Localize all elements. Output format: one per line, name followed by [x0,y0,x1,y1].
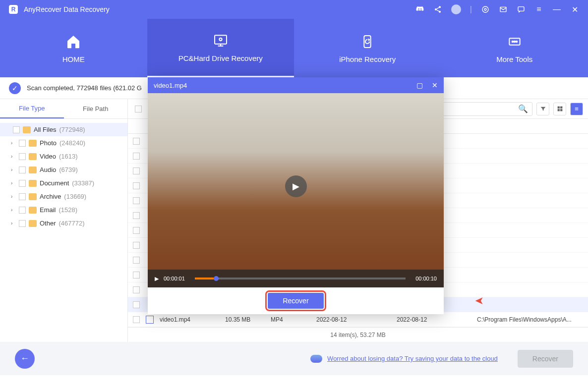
tree-item[interactable]: ›Audio (6739) [0,163,127,176]
tree-all-files[interactable]: All Files (772948) [0,123,127,136]
svg-point-4 [484,8,486,10]
nav-more-tools[interactable]: More Tools [441,19,588,77]
filter-button[interactable] [536,103,549,115]
search-icon[interactable]: 🔍 [518,104,528,113]
checkbox[interactable] [19,167,26,173]
svg-point-0 [439,6,441,8]
checkbox[interactable] [19,153,26,160]
checkbox[interactable] [133,153,140,160]
list-view-button[interactable]: ≡ [570,103,583,115]
app-title: AnyRecover Data Recovery [24,5,110,13]
tree-item[interactable]: ›Email (1528) [0,203,127,217]
status-text: Scan completed, 772948 files (621.02 G [27,84,142,92]
avatar[interactable] [451,4,461,14]
nav-label: HOME [62,55,85,63]
tree-item[interactable]: ›Other (467772) [0,217,127,230]
chevron-right-icon: › [11,154,16,159]
more-icon [506,33,523,50]
nav-label: iPhone Recovery [339,55,396,63]
checkbox[interactable] [133,227,140,234]
cloud-save-link[interactable]: Worred about losing data? Try saving you… [310,355,498,363]
folder-icon [29,153,37,160]
modal-titlebar: video1.mp4 ▢ ✕ [148,77,444,93]
modal-close-icon[interactable]: ✕ [432,81,438,89]
monitor-icon [212,32,229,49]
play-button[interactable]: ▶ [285,175,307,197]
tree-count: (6739) [59,166,78,173]
svg-point-2 [439,11,441,13]
close-icon[interactable]: ✕ [570,5,579,14]
tree-label: All Files [34,126,57,133]
tree-item[interactable]: ›Archive (13669) [0,190,127,203]
app-logo: R [9,5,18,14]
checkbox[interactable] [133,316,140,323]
checkbox[interactable] [133,167,140,174]
minimize-icon[interactable]: — [552,5,561,14]
folder-icon [29,220,37,227]
modal-maximize-icon[interactable]: ▢ [416,81,423,89]
chat-icon[interactable] [517,5,526,14]
checkbox[interactable] [133,182,140,189]
gear-icon[interactable] [481,5,490,14]
checkbox[interactable] [133,197,140,204]
checkbox[interactable] [19,180,26,187]
folder-icon [23,126,31,133]
top-nav: HOME PC&Hard Drive Recovery iPhone Recov… [0,19,588,77]
tab-file-path[interactable]: File Path [64,99,128,118]
checkbox[interactable] [13,126,20,133]
tree-item[interactable]: ›Photo (248240) [0,136,127,150]
tree-item[interactable]: ›Video (1613) [0,150,127,163]
video-preview[interactable]: ▶ ▶ 00:00:01 00:00:10 [148,93,444,287]
checkbox[interactable] [133,257,140,264]
folder-icon [29,193,37,200]
checkbox[interactable] [133,138,140,145]
recover-button-modal[interactable]: Recover [268,293,323,309]
tree-label: Video [40,153,56,160]
checkbox[interactable] [133,272,140,279]
checkbox[interactable] [133,286,140,293]
tree-count: (772948) [59,126,85,133]
checkbox[interactable] [133,301,140,308]
back-button[interactable]: ← [15,349,35,369]
tree-item[interactable]: ›Document (33387) [0,176,127,190]
play-icon[interactable]: ▶ [155,276,159,282]
share-icon[interactable] [433,5,442,14]
file-size: 10.35 MB [225,316,265,323]
menu-icon[interactable]: ≡ [534,5,543,14]
time-total: 00:00:10 [415,276,437,281]
grid-view-button[interactable] [553,103,566,115]
progress-bar[interactable] [195,278,406,279]
tree-count: (1528) [59,206,78,214]
checkbox[interactable] [133,212,140,219]
svg-rect-6 [518,7,524,11]
recover-button-footer[interactable]: Recover [518,350,573,368]
folder-icon [29,167,37,173]
chevron-right-icon: › [11,180,16,186]
tree-count: (248240) [59,139,85,147]
file-name: video1.mp4 [160,316,219,323]
svg-point-1 [435,8,437,10]
summary: 14 item(s), 53.27 MB [128,327,588,342]
checkbox[interactable] [19,140,26,147]
select-all-checkbox[interactable] [135,106,142,112]
discord-icon[interactable] [415,5,424,14]
tree-count: (13669) [64,193,86,200]
progress-handle[interactable] [214,276,219,281]
chevron-right-icon: › [11,194,16,199]
mail-icon[interactable] [499,5,508,14]
footer: ← Worred about losing data? Try saving y… [0,342,588,375]
nav-home[interactable]: HOME [0,19,147,77]
nav-iphone-recovery[interactable]: iPhone Recovery [294,19,441,77]
checkbox[interactable] [19,207,26,214]
checkbox[interactable] [19,220,26,227]
checkbox[interactable] [133,242,140,249]
file-row[interactable]: video1.mp4 10.35 MB MP4 2022-08-12 2022-… [128,312,588,327]
tree-label: Photo [40,139,57,147]
tab-file-type[interactable]: File Type [0,99,64,118]
phone-icon [359,33,376,50]
checkbox[interactable] [19,193,26,200]
chevron-right-icon: › [11,140,16,146]
nav-pc-recovery[interactable]: PC&Hard Drive Recovery [147,19,294,77]
svg-point-11 [512,41,513,42]
chevron-right-icon: › [11,221,16,226]
